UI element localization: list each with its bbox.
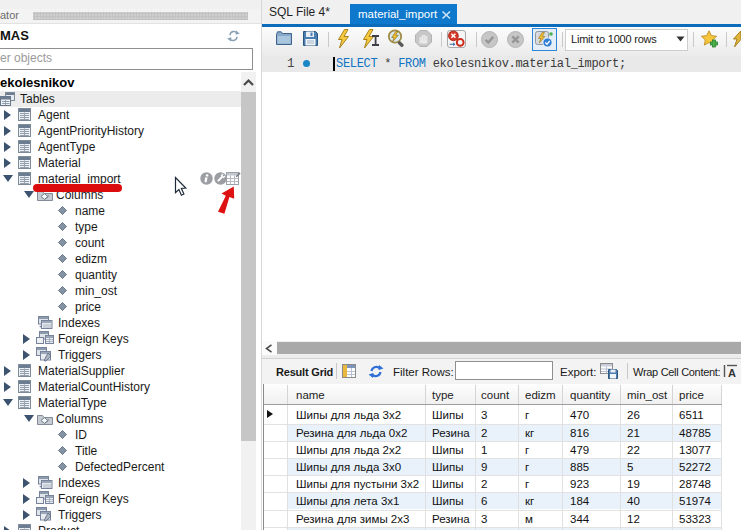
svg-text:A: A (728, 367, 736, 378)
